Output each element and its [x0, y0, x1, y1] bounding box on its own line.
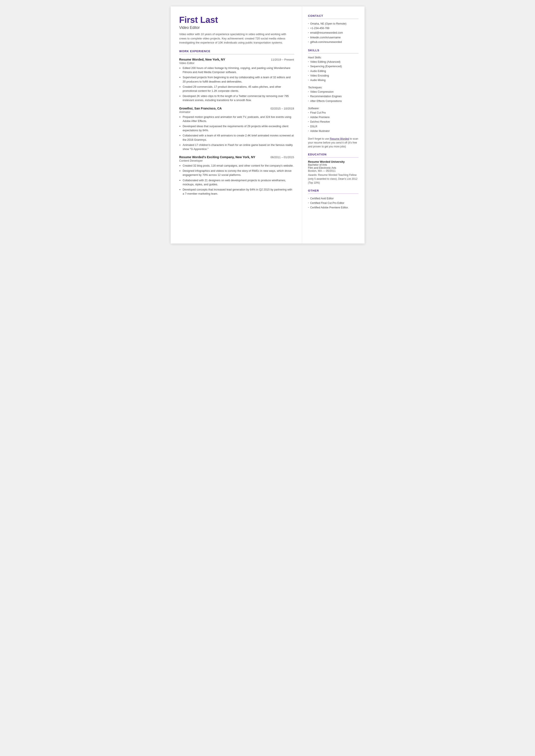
candidate-name: First Last	[179, 15, 294, 25]
list-item: Video Editing (Advanced)	[308, 60, 358, 64]
techniques-list: Video Compression Recommendation Engines…	[308, 90, 358, 103]
contact-location: Omaha, NE (Open to Remote)	[308, 21, 358, 26]
contact-phone: +1-234-456-789	[308, 26, 358, 31]
job-3: Resume Worded's Exciting Company, New Yo…	[179, 155, 294, 196]
edu-awards: Awards: Resume Worded Teaching Fellow (o…	[308, 173, 358, 185]
job-3-company: Resume Worded's Exciting Company, New Yo…	[179, 155, 255, 159]
list-item: Animated 17 children's characters in Fla…	[183, 143, 294, 151]
list-item: Audio Editing	[308, 69, 358, 73]
list-item: After Effects Compositions	[308, 99, 358, 103]
contact-divider	[308, 19, 358, 19]
job-2-dates: 02/2015 – 10/2019	[270, 107, 294, 110]
list-item: Final Cut Pro	[308, 111, 358, 115]
list-item: Recommendation Engines	[308, 94, 358, 99]
promo-block: Don't forget to use Resume Worded to sca…	[308, 137, 358, 149]
other-list: Certified Avid Editor Certified Final Cu…	[308, 196, 358, 210]
list-item: Adobe Illustrator	[308, 129, 358, 133]
list-item: Audio Mixing	[308, 78, 358, 83]
list-item: DaVinci Resolve	[308, 120, 358, 124]
job-1-bullets: Edited 200 hours of video footage by tri…	[179, 66, 294, 102]
job-1-dates: 11/2019 – Present	[271, 58, 294, 61]
list-item: Video Compression	[308, 90, 358, 94]
list-item: Adobe Premiere	[308, 115, 358, 120]
education-heading: EDUCATION	[308, 153, 358, 156]
job-1: Resume Worded, New York, NY 11/2019 – Pr…	[179, 58, 294, 102]
other-section: OTHER Certified Avid Editor Certified Fi…	[308, 189, 358, 210]
hard-skills-label: Hard Skills:	[308, 56, 358, 59]
job-1-company: Resume Worded, New York, NY	[179, 58, 225, 61]
list-item: Collaborated with a team of 49 animators…	[183, 133, 294, 142]
job-2-bullets: Prepared motion graphics and animation f…	[179, 115, 294, 151]
list-item: Developed ideas that surpassed the requi…	[183, 124, 294, 132]
contact-heading: CONTACT	[308, 14, 358, 17]
right-column: CONTACT Omaha, NE (Open to Remote) +1-23…	[302, 7, 365, 243]
list-item: Designed infographics and videos to conv…	[183, 169, 294, 177]
list-item: Video Encoding	[308, 73, 358, 78]
candidate-title: Video Editor	[179, 25, 294, 30]
job-2-role: Animator	[179, 110, 294, 114]
software-label: Software:	[308, 107, 358, 110]
job-2: Growthsi, San Francisco, CA 02/2015 – 10…	[179, 107, 294, 151]
job-3-role: Content Developer	[179, 159, 294, 162]
education-section: EDUCATION Resume Worded University Bache…	[308, 153, 358, 185]
resume-document: First Last Video Editor Video editor wit…	[171, 7, 365, 243]
list-item: Sequencing (Experienced)	[308, 64, 358, 69]
contact-github: github.com/resumeworded	[308, 40, 358, 44]
hard-skills-list: Video Editing (Advanced) Sequencing (Exp…	[308, 60, 358, 83]
list-item: Edited 200 hours of video footage by tri…	[183, 66, 294, 74]
job-1-role: Video Editor	[179, 61, 294, 65]
list-item: Developed concepts that increased lead g…	[183, 187, 294, 196]
left-column: First Last Video Editor Video editor wit…	[171, 7, 302, 243]
list-item: Prepared motion graphics and animation f…	[183, 115, 294, 123]
work-experience-divider	[179, 54, 294, 54]
list-item: DSLR	[308, 124, 358, 129]
skills-section: SKILLS Hard Skills: Video Editing (Advan…	[308, 49, 358, 149]
list-item: Supervised projects from beginning to en…	[183, 75, 294, 83]
edu-degree: Bachelor of Arts	[308, 163, 358, 166]
software-list: Final Cut Pro Adobe Premiere DaVinci Res…	[308, 111, 358, 133]
contact-email: email@resumeworded.com	[308, 31, 358, 35]
edu-field: Film and Electronic Arts	[308, 166, 358, 169]
job-2-company: Growthsi, San Francisco, CA	[179, 107, 222, 110]
other-divider	[308, 193, 358, 194]
promo-link[interactable]: Resume Worded	[330, 137, 349, 140]
techniques-label: Techniques:	[308, 86, 358, 89]
work-experience-heading: WORK EXPERIENCE	[179, 49, 294, 53]
list-item: Certified Final Cut Pro Editor	[308, 201, 358, 205]
job-3-bullets: Created 32 blog posts, 116 email campaig…	[179, 164, 294, 196]
list-item: Certified Adobe Premiere Editor.	[308, 205, 358, 210]
contact-list: Omaha, NE (Open to Remote) +1-234-456-78…	[308, 21, 358, 44]
skills-heading: SKILLS	[308, 49, 358, 52]
list-item: Created 32 blog posts, 116 email campaig…	[183, 164, 294, 168]
job-2-header: Growthsi, San Francisco, CA 02/2015 – 10…	[179, 107, 294, 110]
candidate-summary: Video editor with 10 years of experience…	[179, 32, 294, 45]
job-3-dates: 06/2011 – 01/2015	[270, 155, 294, 159]
list-item: Created 29 commercials, 17 product demon…	[183, 85, 294, 93]
list-item: Developed 2K video clips to fit the leng…	[183, 94, 294, 102]
other-heading: OTHER	[308, 189, 358, 192]
promo-text-before: Don't forget to use	[308, 137, 330, 140]
edu-location: Boston, MA — 05/2011	[308, 169, 358, 172]
list-item: Collaborated with 21 designers on web de…	[183, 178, 294, 186]
job-1-header: Resume Worded, New York, NY 11/2019 – Pr…	[179, 58, 294, 61]
edu-school: Resume Worded University	[308, 160, 358, 163]
job-3-header: Resume Worded's Exciting Company, New Yo…	[179, 155, 294, 159]
contact-section: CONTACT Omaha, NE (Open to Remote) +1-23…	[308, 14, 358, 44]
contact-linkedin: linkedin.com/in/username	[308, 35, 358, 40]
list-item: Certified Avid Editor	[308, 196, 358, 201]
education-block: Resume Worded University Bachelor of Art…	[308, 160, 358, 185]
